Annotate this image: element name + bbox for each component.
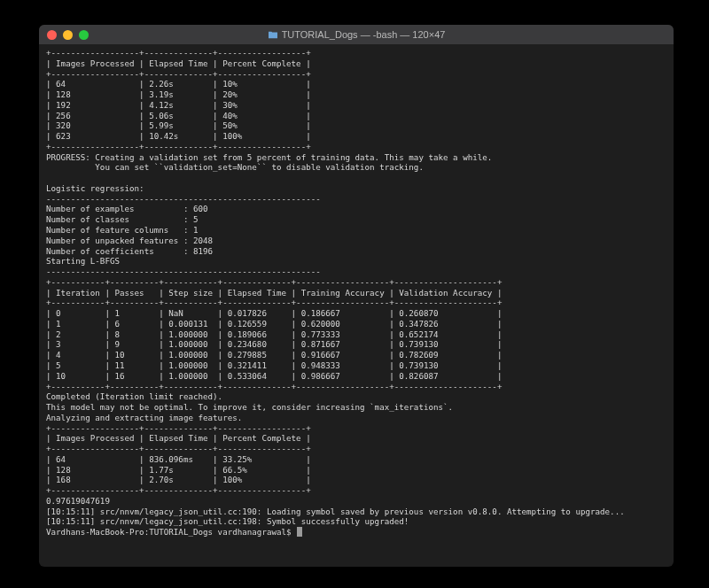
window-controls [39, 30, 89, 40]
t2-row: | 4 | 10 | 1.000000 | 0.279885 | 0.91666… [46, 350, 502, 360]
starting-line: Starting L-BFGS [46, 256, 120, 266]
stat-line: Number of feature columns : 1 [46, 225, 198, 235]
divider: ----------------------------------------… [46, 194, 321, 204]
log-line: [10:15:11] src/nnvm/legacy_json_util.cc:… [46, 516, 409, 526]
t2-header: | Iteration | Passes | Step size | Elaps… [46, 288, 502, 298]
terminal-window: TUTORIAL_Dogs — -bash — 120×47 +--------… [39, 25, 674, 567]
t3-border-bot: +------------------+--------------+-----… [46, 485, 311, 495]
t1-border-top: +------------------+--------------+-----… [46, 48, 311, 58]
logistic-header: Logistic regression: [46, 183, 144, 193]
close-icon[interactable] [47, 30, 57, 40]
t2-row: | 10 | 16 | 1.000000 | 0.533064 | 0.9866… [46, 371, 502, 381]
t1-row: | 256 | 5.06s | 40% | [46, 111, 311, 120]
terminal-output[interactable]: +------------------+--------------+-----… [39, 44, 674, 567]
t2-row: | 5 | 11 | 1.000000 | 0.321411 | 0.94833… [46, 360, 502, 370]
t3-row: | 168 | 2.70s | 100% | [46, 475, 311, 484]
t2-border-bot: +-----------+----------+-----------+----… [46, 382, 502, 391]
analyzing-line: Analyzing and extracting image features. [46, 413, 242, 422]
progress-line: PROGRESS: Creating a validation set from… [46, 152, 492, 162]
stat-line: Number of examples : 600 [46, 204, 208, 213]
t2-row: | 0 | 1 | NaN | 0.017826 | 0.186667 | 0.… [46, 308, 502, 318]
score-line: 0.97619047619 [46, 496, 110, 506]
t3-header: | Images Processed | Elapsed Time | Perc… [46, 433, 311, 443]
progress-line: You can set ``validation_set=None`` to d… [46, 162, 424, 172]
stat-line: Number of unpacked features : 2048 [46, 236, 213, 245]
completed-line: Completed (Iteration limit reached). [46, 391, 222, 401]
window-title-text: TUTORIAL_Dogs — -bash — 120×47 [282, 29, 446, 40]
t2-row: | 1 | 6 | 0.000131 | 0.126559 | 0.620000… [46, 319, 502, 329]
titlebar: TUTORIAL_Dogs — -bash — 120×47 [39, 25, 674, 44]
divider: ----------------------------------------… [46, 267, 321, 276]
folder-icon [268, 30, 278, 39]
t1-row: | 128 | 3.19s | 20% | [46, 89, 311, 99]
prompt[interactable]: Vardhans-MacBook-Pro:TUTORIAL_Dogs vardh… [46, 527, 296, 537]
log-line: [10:15:11] src/nnvm/legacy_json_util.cc:… [46, 507, 625, 516]
minimize-icon[interactable] [63, 30, 73, 40]
t1-border-mid: +------------------+--------------+-----… [46, 69, 311, 79]
t3-border-top: +------------------+--------------+-----… [46, 423, 311, 433]
t3-row: | 64 | 836.096ms | 33.25% | [46, 454, 311, 464]
warn-line: This model may not be optimal. To improv… [46, 402, 453, 412]
t3-row: | 128 | 1.77s | 66.5% | [46, 465, 311, 475]
t2-border-mid: +-----------+----------+-----------+----… [46, 298, 502, 307]
t2-row: | 3 | 9 | 1.000000 | 0.234680 | 0.871667… [46, 339, 502, 349]
t1-header: | Images Processed | Elapsed Time | Perc… [46, 58, 311, 68]
t1-row: | 192 | 4.12s | 30% | [46, 100, 311, 110]
window-title: TUTORIAL_Dogs — -bash — 120×47 [39, 29, 674, 40]
maximize-icon[interactable] [79, 30, 89, 40]
t1-row: | 623 | 10.42s | 100% | [46, 131, 311, 141]
t2-row: | 2 | 8 | 1.000000 | 0.189066 | 0.773333… [46, 329, 502, 339]
stat-line: Number of classes : 5 [46, 214, 198, 224]
t1-row: | 320 | 5.99s | 50% | [46, 120, 311, 130]
cursor-icon [297, 527, 302, 537]
t3-border-mid: +------------------+--------------+-----… [46, 444, 311, 453]
t2-border-top: +-----------+----------+-----------+----… [46, 277, 502, 287]
t1-border-bot: +------------------+--------------+-----… [46, 142, 311, 151]
t1-row: | 64 | 2.26s | 10% | [46, 79, 311, 89]
stat-line: Number of coefficients : 8196 [46, 246, 213, 256]
